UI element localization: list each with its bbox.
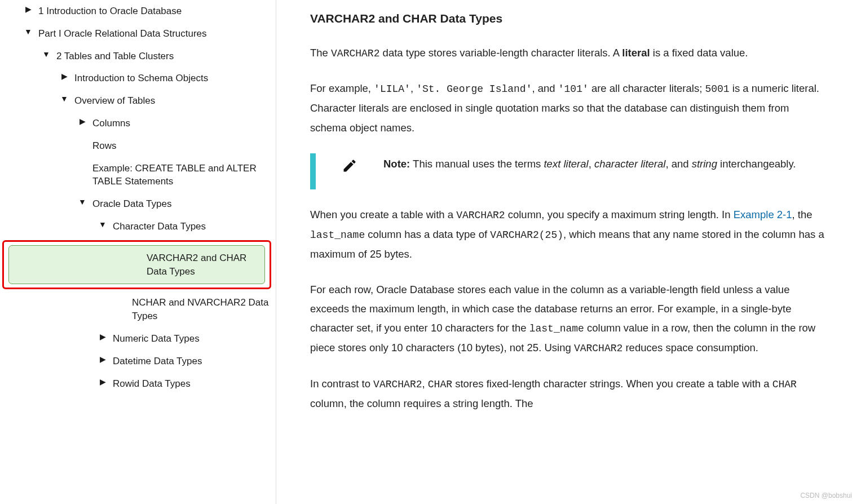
sidebar-item-label: Overview of Tables <box>74 94 271 108</box>
sidebar-item[interactable]: ▼Character Data Types <box>0 215 276 238</box>
sidebar-item[interactable]: ▶NCHAR and NVARCHAR2 Data Types <box>0 291 276 328</box>
code-varchar2: VARCHAR2 <box>331 48 379 59</box>
sidebar-item-label: Rows <box>92 139 271 153</box>
watermark: CSDN @bobshui <box>800 492 852 499</box>
example-link[interactable]: Example 2-1 <box>734 209 792 220</box>
sidebar-item[interactable]: ▶Numeric Data Types <box>0 328 276 350</box>
chevron-right-icon[interactable]: ▶ <box>77 117 88 126</box>
sidebar-item-label: Oracle Data Types <box>92 197 271 211</box>
chevron-down-icon[interactable]: ▼ <box>97 220 108 229</box>
sidebar-item[interactable]: ▶Datetime Data Types <box>0 350 276 373</box>
chevron-right-icon[interactable]: ▶ <box>97 355 108 364</box>
paragraph-4: For each row, Oracle Database stores eac… <box>310 280 827 359</box>
chevron-right-icon[interactable]: ▶ <box>97 377 108 386</box>
sidebar-item[interactable]: ▼Part I Oracle Relational Data Structure… <box>0 23 276 45</box>
sidebar-item-label: Example: CREATE TABLE and ALTER TABLE St… <box>92 162 271 189</box>
paragraph-3: When you create a table with a VARCHAR2 … <box>310 205 827 264</box>
sidebar-nav: ▶1 Introduction to Oracle Database▼Part … <box>0 0 276 504</box>
chevron-down-icon[interactable]: ▼ <box>77 197 88 206</box>
paragraph-2: For example, 'LILA', 'St. George Island'… <box>310 79 827 138</box>
note-text: Note: This manual uses the terms text li… <box>383 153 827 173</box>
paragraph-5: In contrast to VARCHAR2, CHAR stores fix… <box>310 374 827 414</box>
sidebar-item-label: 2 Tables and Table Clusters <box>56 50 271 63</box>
pencil-icon <box>316 153 383 174</box>
sidebar-item[interactable]: VARCHAR2 and CHAR Data Types <box>8 245 265 285</box>
note-callout: Note: This manual uses the terms text li… <box>310 153 827 189</box>
sidebar-item-label: Datetime Data Types <box>113 355 271 368</box>
chevron-down-icon[interactable]: ▼ <box>59 94 70 103</box>
term-literal: literal <box>622 47 650 59</box>
paragraph-1: The VARCHAR2 data type stores variable-l… <box>310 43 827 63</box>
sidebar-item-selected-highlight: VARCHAR2 and CHAR Data Types <box>2 240 271 290</box>
chevron-right-icon[interactable]: ▶ <box>23 5 34 14</box>
sidebar-item[interactable]: ▼Overview of Tables <box>0 90 276 112</box>
sidebar-item[interactable]: ▶Columns <box>0 112 276 135</box>
chevron-down-icon[interactable]: ▼ <box>23 27 34 36</box>
sidebar-item-label: Character Data Types <box>113 220 271 233</box>
sidebar-item[interactable]: ▶Example: CREATE TABLE and ALTER TABLE S… <box>0 157 276 193</box>
sidebar-item[interactable]: ▶1 Introduction to Oracle Database <box>0 0 276 23</box>
sidebar-item-label: Numeric Data Types <box>113 332 271 346</box>
sidebar-item[interactable]: ▼Oracle Data Types <box>0 193 276 215</box>
page-title: VARCHAR2 and CHAR Data Types <box>310 8 827 30</box>
sidebar-item[interactable]: ▼2 Tables and Table Clusters <box>0 45 276 68</box>
chevron-down-icon[interactable]: ▼ <box>41 50 52 59</box>
sidebar-item[interactable]: ▶Introduction to Schema Objects <box>0 67 276 90</box>
chevron-right-icon[interactable]: ▶ <box>97 332 108 341</box>
sidebar-item-label: Introduction to Schema Objects <box>74 72 271 85</box>
sidebar-item-label: 1 Introduction to Oracle Database <box>38 5 271 18</box>
sidebar-item[interactable]: ▶Rowid Data Types <box>0 373 276 395</box>
sidebar-item-label: Columns <box>92 117 271 130</box>
sidebar-item-label: Part I Oracle Relational Data Structures <box>38 27 271 41</box>
sidebar-item-label: Rowid Data Types <box>113 377 271 391</box>
note-accent-bar <box>310 153 316 189</box>
sidebar-item-label: NCHAR and NVARCHAR2 Data Types <box>132 296 271 323</box>
main-content: VARCHAR2 and CHAR Data Types The VARCHAR… <box>276 0 861 504</box>
chevron-right-icon[interactable]: ▶ <box>59 72 70 81</box>
sidebar-item[interactable]: ▶Rows <box>0 135 276 157</box>
